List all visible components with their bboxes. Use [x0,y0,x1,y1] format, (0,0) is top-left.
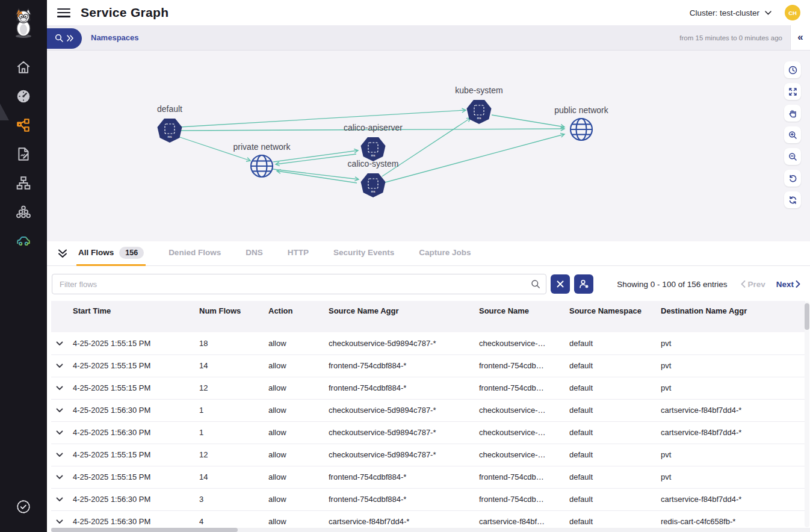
car-icon [16,233,31,249]
table-cell: 4-25-2025 1:56:30 PM [68,399,194,421]
table-row[interactable]: 4-25-2025 1:55:15 PM12allowcheckoutservi… [51,444,805,466]
vertical-scrollbar[interactable] [805,302,809,527]
table-row[interactable]: 4-25-2025 1:56:30 PM1allowcheckoutservic… [51,421,805,444]
calico-cat-logo[interactable] [8,6,39,41]
table-row[interactable]: 4-25-2025 1:55:15 PM14allowfrontend-754c… [51,354,805,377]
tab-all-flows[interactable]: All Flows156 [76,241,146,266]
tab-http[interactable]: HTTP [286,241,311,266]
sidebar-item-reports[interactable] [0,140,47,169]
table-cell: 4-25-2025 1:55:15 PM [68,354,194,377]
graph-node-label: public network [554,105,608,115]
column-header[interactable]: Action [264,301,324,332]
customize-columns-user-gear-icon[interactable] [574,274,593,294]
column-header[interactable]: Source Name Aggr [324,301,474,332]
flows-table: Start TimeNum FlowsActionSource Name Agg… [51,301,805,532]
tab-dns[interactable]: DNS [244,241,265,266]
row-expand-chevron-icon[interactable] [51,332,68,354]
table-row[interactable]: 4-25-2025 1:55:15 PM14allowfrontend-754c… [51,466,805,488]
table-cell: frontend-754cdb… [474,354,564,377]
sidebar-item-car[interactable] [0,226,47,255]
horizontal-scrollbar[interactable] [51,528,810,532]
table-row[interactable]: 4-25-2025 1:56:30 PM3allowfrontend-754cd… [51,488,805,510]
double-chevron-right-icon [67,35,74,42]
table-cell: 4-25-2025 1:55:15 PM [68,444,194,466]
tab-denied-flows[interactable]: Denied Flows [167,241,223,266]
table-cell: checkoutservice-5d9894c787-* [324,421,474,444]
service-graph-canvas[interactable]: nsdefaultprivate networknscalico-apiserv… [47,51,810,241]
graph-toolbar [784,61,801,208]
horizontal-scrollbar-thumb[interactable] [51,528,238,532]
cluster-selector[interactable]: Cluster: test-cluster [690,8,771,17]
vertical-scrollbar-thumb[interactable] [805,303,809,330]
pan-hand-icon[interactable] [784,105,801,122]
table-cell: pvt [656,377,805,399]
table-cell: checkoutservice-… [474,399,564,421]
graph-node-kube-system[interactable]: nskube-system [455,85,502,124]
table-cell: cartservice-f84bf7dd4-* [656,488,805,510]
avatar[interactable]: CH [785,5,800,20]
column-header[interactable]: Start Time [68,301,194,332]
table-cell: default [564,488,656,510]
tab-security-events[interactable]: Security Events [332,241,396,266]
table-cell: allow [264,332,324,354]
column-header[interactable]: Source Name [474,301,564,332]
graph-edge [492,115,564,127]
table-row[interactable]: 4-25-2025 1:56:30 PM1allowcheckoutservic… [51,399,805,421]
sidebar-item-workloads[interactable] [0,197,47,226]
tab-badge: 156 [119,247,144,259]
graph-edge [277,171,357,183]
row-expand-chevron-icon[interactable] [51,466,68,488]
zoom-out-icon[interactable] [784,148,801,165]
tab-capture-jobs[interactable]: Capture Jobs [417,241,472,266]
row-expand-chevron-icon[interactable] [51,444,68,466]
time-range-label: from 15 minutes to 0 minutes ago [679,34,790,42]
prev-page-button[interactable]: Prev [741,280,765,289]
graph-search-button[interactable] [47,28,82,49]
row-expand-chevron-icon[interactable] [51,399,68,421]
table-cell: allow [264,377,324,399]
table-cell: default [564,354,656,377]
table-cell: frontend-754cdbf884-* [324,488,474,510]
table-cell: frontend-754cdbf884-* [324,354,474,377]
tab-label: HTTP [288,248,309,257]
svg-text:ns: ns [371,153,376,157]
graph-node-default[interactable]: nsdefault [157,104,182,143]
sidebar-item-compliance[interactable] [0,492,47,521]
row-expand-chevron-icon[interactable] [51,377,68,399]
column-header[interactable]: Source Namespace [564,301,656,332]
fit-screen-icon[interactable] [784,83,801,100]
timeline-clock-icon[interactable] [784,61,801,78]
row-expand-chevron-icon[interactable] [51,488,68,510]
filter-flows-input[interactable] [52,274,546,294]
column-header[interactable]: Num Flows [194,301,264,332]
sidebar-item-networksets[interactable] [0,169,47,197]
next-page-button[interactable]: Next [776,280,800,289]
sidebar-item-home[interactable] [0,53,47,82]
collapse-panel-icon[interactable]: « [790,25,810,51]
hamburger-menu-icon[interactable] [57,8,70,17]
double-chevron-down-icon[interactable] [52,241,73,265]
undo-icon[interactable] [784,170,801,187]
clear-filter-x-icon[interactable] [551,274,570,294]
table-cell: checkoutservice-5d9894c787-* [324,444,474,466]
column-header[interactable]: Destination Name Aggr [656,301,805,332]
table-cell: 1 [194,399,264,421]
graph-edge [181,110,466,127]
zoom-in-icon[interactable] [784,126,801,143]
row-expand-chevron-icon[interactable] [51,354,68,377]
graph-node-calico-apiserver[interactable]: nscalico-apiserver [344,123,403,161]
table-row[interactable]: 4-25-2025 1:55:15 PM18allowcheckoutservi… [51,332,805,354]
breadcrumb[interactable]: Namespaces [91,33,139,42]
sidebar-item-dashboard[interactable] [0,82,47,111]
table-row[interactable]: 4-25-2025 1:55:15 PM12allowfrontend-754c… [51,377,805,399]
graph-node-calico-system[interactable]: nscalico-system [348,159,399,197]
table-cell: 1 [194,421,264,444]
expand-column-header [51,301,68,332]
table-cell: 4-25-2025 1:55:15 PM [68,466,194,488]
table-cell: checkoutservice-… [474,332,564,354]
row-expand-chevron-icon[interactable] [51,421,68,444]
refresh-icon[interactable] [784,191,801,208]
service-graph-icon [16,117,31,133]
sidebar-item-service-graph[interactable] [0,111,47,140]
table-cell: 12 [194,444,264,466]
